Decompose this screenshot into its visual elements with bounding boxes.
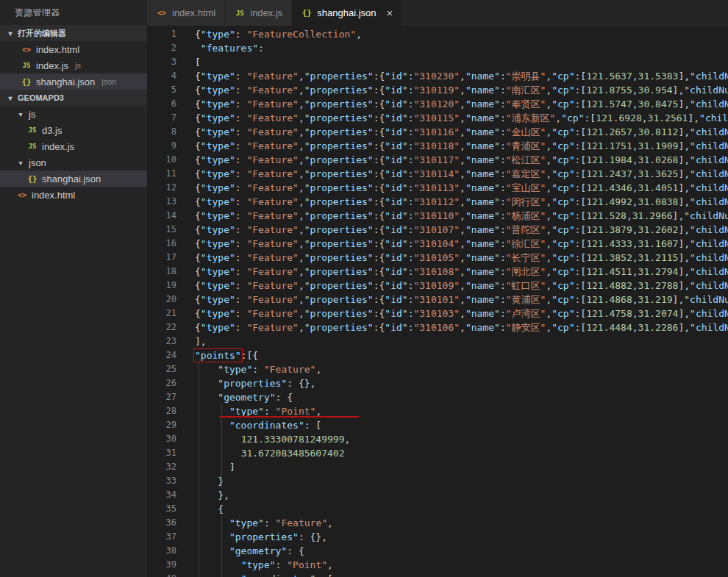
code-text[interactable]: {"type": "Feature","properties":{"id":"3…: [185, 279, 728, 293]
file-name: shanghai.json: [36, 76, 95, 87]
code-line: 5{"type": "Feature","properties":{"id":"…: [147, 83, 728, 97]
code-text[interactable]: {"type": "Feature","properties":{"id":"3…: [185, 153, 728, 167]
explorer-sidebar: 资源管理器 ▾ 打开的编辑器 <>index.htmlJSindex.jsjs{…: [0, 0, 147, 577]
indent-spaces: [195, 448, 241, 459]
code-token: "Feature": [246, 238, 298, 249]
open-editor-item[interactable]: JSindex.jsjs: [0, 57, 147, 74]
code-text[interactable]: {: [185, 502, 728, 516]
code-text[interactable]: ]: [185, 460, 728, 474]
tab-index-js[interactable]: JSindex.js: [225, 0, 292, 26]
code-text[interactable]: {"type": "Feature","properties":{"id":"3…: [185, 237, 728, 251]
code-text[interactable]: "points":[{: [185, 348, 728, 362]
code-text[interactable]: }: [185, 474, 728, 488]
close-icon[interactable]: ×: [387, 7, 393, 18]
code-token: 31.3625: [638, 168, 679, 179]
tab-index-html[interactable]: <>index.html: [147, 0, 225, 26]
tree-file[interactable]: {}shanghai.json: [0, 171, 147, 187]
code-token: :{: [374, 140, 385, 151]
code-text[interactable]: },: [185, 488, 728, 502]
code-text[interactable]: {"type": "Feature","properties":{"id":"3…: [185, 320, 728, 334]
code-token: :: [235, 98, 247, 110]
code-text[interactable]: {"type": "Feature","properties":{"id":"3…: [185, 125, 728, 139]
code-text[interactable]: {"type": "Feature","properties":{"id":"3…: [185, 251, 728, 265]
code-token: :: [235, 224, 247, 235]
code-text[interactable]: {"type": "Feature","properties":{"id":"3…: [185, 69, 728, 83]
code-editor[interactable]: 1{"type": "FeatureCollection",2 "feature…: [147, 26, 728, 577]
code-token: "徐汇区": [506, 238, 546, 249]
code-text[interactable]: "geometry": {: [185, 390, 728, 404]
tree-folder[interactable]: ▾js: [0, 106, 147, 122]
tree-folder[interactable]: ▾json: [0, 154, 147, 171]
tree-file[interactable]: JSd3.js: [0, 122, 147, 138]
red-underline-annotation: [219, 416, 359, 417]
code-token: :[: [575, 280, 587, 291]
code-text[interactable]: "type": "Point",: [185, 558, 728, 572]
code-token: "id": [385, 126, 407, 137]
code-token: "name": [465, 98, 500, 110]
code-text[interactable]: {"type": "Feature","properties":{"id":"3…: [185, 83, 728, 97]
code-line: 2 "features":: [147, 41, 728, 55]
code-token: 30.8475: [638, 98, 679, 110]
code-text[interactable]: {"type": "Feature","properties":{"id":"3…: [185, 181, 728, 195]
workspace-root-header[interactable]: ▾ GEOMAPD3: [0, 90, 147, 106]
code-text[interactable]: {"type": "Feature","properties":{"id":"3…: [185, 293, 728, 307]
code-token: 31.2074: [638, 308, 679, 319]
code-text[interactable]: {"type": "Feature","properties":{"id":"3…: [185, 265, 728, 279]
code-text[interactable]: "type": "Point",: [185, 404, 728, 418]
code-token: ,: [299, 266, 304, 277]
code-token: "type": [201, 280, 235, 291]
code-text[interactable]: {"type": "Feature","properties":{"id":"3…: [185, 307, 728, 320]
code-token: ,: [632, 238, 638, 249]
code-token: ,: [345, 434, 351, 445]
line-number: 14: [147, 209, 185, 223]
code-token: "name": [465, 168, 500, 179]
code-token: ],: [195, 336, 207, 347]
code-token: "Feature": [264, 364, 315, 375]
code-text[interactable]: {"type": "Feature","properties":{"id":"3…: [185, 167, 728, 181]
code-token: "cp": [552, 126, 574, 137]
code-text[interactable]: [: [185, 55, 728, 69]
code-token: "type": [201, 252, 235, 263]
code-text[interactable]: "coordinates": [: [185, 418, 728, 432]
code-text[interactable]: {"type": "FeatureCollection",: [185, 27, 728, 41]
line-number: 16: [147, 237, 185, 251]
code-token: "310230": [413, 71, 460, 82]
code-token: ],: [673, 210, 685, 221]
tree-file[interactable]: <>index.html: [0, 187, 147, 203]
code-text[interactable]: ],: [185, 334, 728, 348]
code-text[interactable]: {"type": "Feature","properties":{"id":"3…: [185, 111, 728, 125]
code-text[interactable]: "type": "Feature",: [185, 362, 728, 376]
code-token: ,: [632, 196, 638, 207]
code-token: "properties": [304, 140, 374, 151]
code-token: :: [235, 168, 247, 179]
code-token: "type": [201, 224, 235, 235]
code-text[interactable]: "features":: [185, 41, 728, 55]
code-text[interactable]: {"type": "Feature","properties":{"id":"3…: [185, 223, 728, 237]
code-text[interactable]: "type": "Feature",: [185, 516, 728, 530]
code-token: "type": [201, 322, 235, 333]
code-text[interactable]: {"type": "Feature","properties":{"id":"3…: [185, 209, 728, 223]
code-token: :: [264, 517, 276, 528]
code-token: "type": [201, 140, 235, 151]
open-editor-item[interactable]: {}shanghai.jsonjson: [0, 74, 147, 90]
code-text[interactable]: "properties": {},: [185, 376, 728, 390]
code-text[interactable]: 31.672083485607402: [185, 446, 728, 460]
code-token: "cp": [552, 196, 574, 207]
open-editors-header[interactable]: ▾ 打开的编辑器: [0, 25, 147, 41]
code-text[interactable]: {"type": "Feature","properties":{"id":"3…: [185, 97, 728, 111]
code-text[interactable]: "geometry": {: [185, 544, 728, 558]
tree-file[interactable]: JSindex.js: [0, 138, 147, 154]
tab-shanghai-json[interactable]: {}shanghai.json×: [292, 0, 402, 26]
open-editor-item[interactable]: <>index.html: [0, 41, 147, 57]
code-text[interactable]: "properties": {},: [185, 530, 728, 544]
code-token: :: [235, 280, 247, 291]
code-text[interactable]: 121.33300781249999,: [185, 432, 728, 446]
code-text[interactable]: {"type": "Feature","properties":{"id":"3…: [185, 195, 728, 209]
code-token: ],: [678, 280, 690, 291]
code-text[interactable]: "coordinates": [: [185, 572, 728, 577]
line-number: 18: [147, 265, 185, 279]
tab-label: index.js: [250, 7, 282, 18]
code-token: ,: [546, 224, 552, 235]
code-token: {: [195, 71, 201, 82]
code-text[interactable]: {"type": "Feature","properties":{"id":"3…: [185, 139, 728, 153]
